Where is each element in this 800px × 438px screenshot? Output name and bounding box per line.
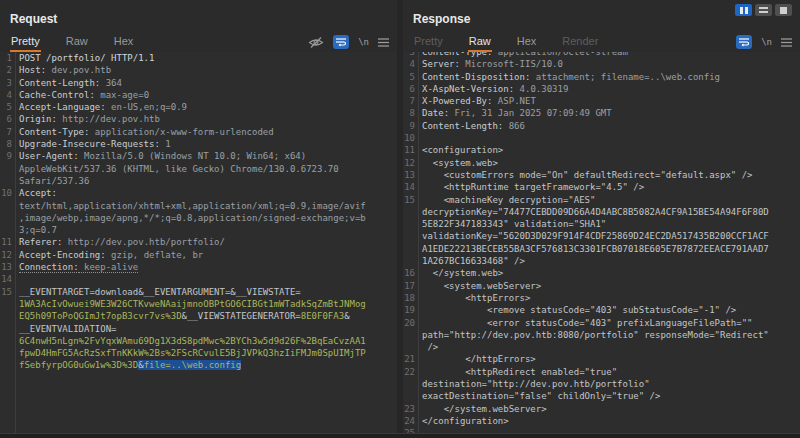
code-line: destination="http://dev.pov.htb/portfoli… [403, 378, 800, 390]
code-line: 2Host: dev.pov.htb [0, 64, 397, 76]
code-line: 6X-AspNet-Version: 4.0.30319 [403, 83, 800, 95]
response-editor-content: 3Content-Type: application/octet-stream4… [403, 52, 800, 433]
request-tab-pretty[interactable]: Pretty [10, 35, 41, 52]
code-line: 3Content-Length: 364 [0, 77, 397, 89]
code-line: 23 </system.webServer> [403, 403, 800, 415]
request-panel: Request Pretty Raw Hex [0, 0, 397, 433]
burp-repeater-message-view: Request Pretty Raw Hex [0, 0, 800, 438]
code-line: AppleWebKit/537.36 (KHTML, like Gecko) C… [0, 163, 397, 175]
single-layout-button[interactable] [775, 4, 792, 16]
code-line: /> [403, 341, 800, 353]
columns-layout-icon [740, 7, 743, 14]
response-tab-hex[interactable]: Hex [516, 35, 538, 52]
editor-menu-button[interactable] [781, 38, 792, 47]
columns-layout-button[interactable] [735, 4, 752, 16]
code-line: fSebfyrpOG0uGw1w%3D%3D&file=..\web.confi… [0, 359, 397, 371]
response-panel: Response Pretty Raw Hex Render \n [403, 0, 800, 433]
code-line: 8Upgrade-Insecure-Requests: 1 [0, 138, 397, 150]
code-line: 14 <httpRuntime targetFramework="4.5" /> [403, 181, 800, 193]
code-line: 5Content-Disposition: attachment; filena… [403, 71, 800, 83]
code-line: 9User-Agent: Mozilla/5.0 (Windows NT 10.… [0, 150, 397, 162]
code-line: 4Server: Microsoft-IIS/10.0 [403, 58, 800, 70]
hamburger-menu-icon [781, 38, 792, 47]
code-line: 11Referer: http://dev.pov.htb/portfolio/ [0, 236, 397, 248]
request-toolbar-icons: \n [308, 35, 389, 52]
response-editor[interactable]: 3Content-Type: application/octet-stream4… [403, 52, 800, 433]
code-line: 17 <system.webServer> [403, 280, 800, 292]
code-line: decryptionKey="74477CEBDD09D66A4D4ABC8B5… [403, 206, 800, 218]
code-line: A1EDE22213BECEB55BA3CF576813C3301FCB0701… [403, 243, 800, 255]
response-tab-render[interactable]: Render [561, 35, 599, 52]
code-line: 12 <system.web> [403, 157, 800, 169]
code-line: __EVENTVALIDATION= [0, 323, 397, 335]
code-line: path="http://dev.pov.htb:8080/portfolio"… [403, 329, 800, 341]
response-tab-raw[interactable]: Raw [468, 35, 492, 52]
code-line: 15__EVENTTARGET=download&__EVENTARGUMENT… [0, 286, 397, 298]
code-line: 12Accept-Encoding: gzip, deflate, br [0, 249, 397, 261]
code-line: Safari/537.36 [0, 175, 397, 187]
code-line: 20 <error statusCode="403" prefixLanguag… [403, 317, 800, 329]
code-line: 8Date: Fri, 31 Jan 2025 07:09:49 GMT [403, 107, 800, 119]
code-line: ,image/webp,image/apng,*/*;q=0.8,applica… [0, 212, 397, 224]
rows-layout-button[interactable] [755, 4, 772, 16]
code-line: 14 [0, 273, 397, 285]
response-panel-title: Response [413, 12, 470, 26]
code-line: validationKey="5620D3D029F914F4CDF25869D… [403, 230, 800, 242]
code-line: 1A267BC16633468" /> [403, 255, 800, 267]
code-line: 16 </system.web> [403, 267, 800, 279]
code-line: 21 </httpErrors> [403, 353, 800, 365]
code-line: text/html,application/xhtml+xml,applicat… [0, 200, 397, 212]
request-tab-hex[interactable]: Hex [113, 35, 135, 52]
soft-wrap-toggle-button[interactable] [333, 35, 349, 49]
code-line: 10Accept: [0, 187, 397, 199]
hide-eye-icon[interactable] [308, 36, 324, 49]
code-line: 3;q=0.7 [0, 224, 397, 236]
soft-wrap-icon [335, 37, 347, 47]
code-line: 1POST /portfolio/ HTTP/1.1 [0, 52, 397, 64]
code-line: 1WA3AcIvOwuei9WE3W26CTKvweNAaijmnoOBPtGO… [0, 298, 397, 310]
code-line: fpwD4HmFG5AcRzSxfTnKKkW%2Bs%2FScRCvulE5B… [0, 347, 397, 359]
request-editor-content: 1POST /portfolio/ HTTP/1.12Host: dev.pov… [0, 52, 397, 372]
code-line: 10 [403, 132, 800, 144]
code-line: 7X-Powered-By: ASP.NET [403, 95, 800, 107]
code-line: 6Origin: http://dev.pov.htb [0, 113, 397, 125]
layout-controls [735, 4, 792, 16]
code-line: 9Content-Length: 866 [403, 120, 800, 132]
code-line: 13 <customErrors mode="On" defaultRedire… [403, 169, 800, 181]
code-line: 18 <httpErrors> [403, 292, 800, 304]
soft-wrap-icon [738, 37, 750, 47]
soft-wrap-toggle-button[interactable] [736, 35, 752, 49]
code-line: 15 <machineKey decryption="AES" [403, 194, 800, 206]
code-line: 5Accept-Language: en-US,en;q=0.9 [0, 101, 397, 113]
code-line: 4Cache-Control: max-age=0 [0, 89, 397, 101]
editor-menu-button[interactable] [378, 38, 389, 47]
request-tab-raw[interactable]: Raw [65, 35, 89, 52]
code-line: 5E822F347183343" validation="SHA1" [403, 218, 800, 230]
code-line: 13Connection: keep-alive [0, 261, 397, 273]
show-newlines-toggle[interactable]: \n [358, 37, 369, 47]
single-layout-icon [780, 7, 787, 14]
response-tabbar: Pretty Raw Hex Render \n [403, 30, 800, 52]
code-line: 6C4nwH5nLgn%2FvYqxWAmu69Dg1X3dS8pdMwc%2B… [0, 335, 397, 347]
code-line: 22 <httpRedirect enabled="true" [403, 366, 800, 378]
request-panel-title: Request [10, 12, 57, 26]
code-line: exactDestination="false" childOnly="true… [403, 390, 800, 402]
code-line: 7Content-Type: application/x-www-form-ur… [0, 126, 397, 138]
rows-layout-icon [759, 7, 768, 13]
code-line: 19 <remove statusCode="403" subStatusCod… [403, 304, 800, 316]
show-newlines-toggle[interactable]: \n [761, 37, 772, 47]
response-toolbar-icons: \n [736, 35, 792, 52]
panel-footer-strip [0, 433, 800, 438]
request-editor[interactable]: 1POST /portfolio/ HTTP/1.12Host: dev.pov… [0, 52, 397, 433]
request-tabbar: Pretty Raw Hex [0, 30, 397, 52]
code-line: 24</configuration> [403, 415, 800, 427]
code-line: EQ5h09ToPoQGImJt7opB3cvr7vs%3D&__VIEWSTA… [0, 310, 397, 322]
hamburger-menu-icon [378, 38, 389, 47]
code-line: 11<configuration> [403, 144, 800, 156]
response-tab-pretty[interactable]: Pretty [413, 35, 444, 52]
